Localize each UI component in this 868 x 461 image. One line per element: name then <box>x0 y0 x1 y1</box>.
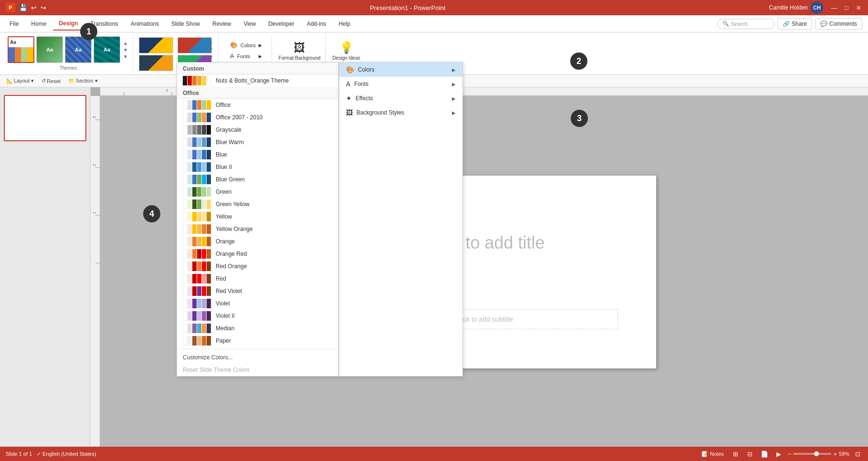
office-item-office[interactable]: Office <box>177 99 338 111</box>
search-icon: 🔍 <box>722 21 729 27</box>
office-swatch-red-violet <box>183 286 211 296</box>
office-item-red[interactable]: Red <box>177 272 338 285</box>
tab-slideshow[interactable]: Slide Show <box>166 18 206 30</box>
submenu-effects-chevron: ▶ <box>452 96 456 101</box>
office-item-median[interactable]: Median <box>177 322 338 335</box>
office-item-paper[interactable]: Paper <box>177 335 338 347</box>
step-badge-2: 2 <box>570 52 587 70</box>
office-item-2007[interactable]: Office 2007 - 2010 <box>177 111 338 124</box>
office-swatch-orange-red <box>183 249 211 259</box>
office-item-blue-green[interactable]: Blue Green <box>177 173 338 186</box>
quick-access-save[interactable]: 💾 <box>19 4 27 11</box>
tab-help[interactable]: Help <box>333 18 356 30</box>
submenu-bg-styles-label: Background Styles <box>356 109 404 116</box>
slide-1-thumbnail[interactable] <box>4 95 86 141</box>
submenu-fonts-icon-area: A Fonts <box>346 80 368 88</box>
submenu-colors-icon-area: 🎨 Colors <box>346 66 375 73</box>
theme-4[interactable]: Aa <box>94 36 120 63</box>
theme-2[interactable]: Aa <box>36 36 63 63</box>
office-swatch-red-orange <box>183 262 211 271</box>
office-item-orange[interactable]: Orange <box>177 235 338 248</box>
theme-scroll: ▲ ▼ ▼ <box>122 39 129 61</box>
colors-button[interactable]: 🎨 Colors ▶ <box>227 40 265 50</box>
submenu-fonts-label: Fonts <box>354 81 368 87</box>
minimize-button[interactable]: — <box>831 4 837 11</box>
office-swatch-blue2 <box>183 162 211 172</box>
format-bg-icon: 🖼 <box>294 41 305 54</box>
customize-colors-button[interactable]: Customize Colors... <box>177 351 338 364</box>
office-item-orange-red[interactable]: Orange Red <box>177 248 338 260</box>
layout-button[interactable]: 📐Layout ▾ <box>4 77 36 85</box>
office-item-red-orange[interactable]: Red Orange <box>177 260 338 272</box>
office-item-yellow[interactable]: Yellow <box>177 210 338 223</box>
submenu-bg-styles-item[interactable]: 🖼 Background Styles ▶ <box>339 105 462 120</box>
submenu-fonts-chevron: ▶ <box>452 82 456 87</box>
office-swatch-paper <box>183 336 211 346</box>
theme-scroll-expand[interactable]: ▼ <box>122 53 129 60</box>
office-item-blue[interactable]: Blue <box>177 148 338 161</box>
maximize-button[interactable]: □ <box>843 4 850 11</box>
submenu-bg-icon: 🖼 <box>346 109 353 116</box>
slide-panel: 1 <box>0 87 91 448</box>
search-box[interactable]: 🔍 Search <box>717 19 774 29</box>
theme-scroll-up[interactable]: ▲ <box>122 40 129 46</box>
submenu-effects-icon: ✦ <box>346 94 352 102</box>
dropdown-overlay: Custom Nuts & Bolts_Orange Theme Office <box>177 62 463 377</box>
variant-scroll-down[interactable]: ▼ <box>208 46 214 52</box>
tab-review[interactable]: Review <box>207 18 237 30</box>
variant-expand[interactable]: ▼ <box>208 53 214 60</box>
close-button[interactable]: ✕ <box>856 4 862 11</box>
office-item-red-violet[interactable]: Red Violet <box>177 285 338 297</box>
step-badge-1: 1 <box>80 23 97 40</box>
fonts-button[interactable]: A Fonts ▶ <box>227 51 265 61</box>
dropdown-divider <box>177 349 338 349</box>
colors-chevron: ▶ <box>259 43 262 48</box>
user-area: Camille Holden CH <box>769 1 823 14</box>
submenu-effects-item[interactable]: ✦ Effects ▶ <box>339 91 462 105</box>
theme-blank[interactable]: Aa <box>8 36 34 63</box>
variant-2[interactable] <box>178 37 212 53</box>
step-badge-4: 4 <box>143 205 160 222</box>
section-button[interactable]: 📁Section ▾ <box>66 77 100 85</box>
office-item-violet[interactable]: Violet <box>177 297 338 310</box>
office-item-green[interactable]: Green <box>177 186 338 198</box>
submenu-fonts-item[interactable]: A Fonts ▶ <box>339 77 462 91</box>
office-swatch-green <box>183 187 211 197</box>
custom-item-1[interactable]: Nuts & Bolts_Orange Theme <box>177 74 338 87</box>
tab-home[interactable]: Home <box>25 18 52 30</box>
office-item-grayscale[interactable]: Grayscale <box>177 124 338 136</box>
tab-view[interactable]: View <box>238 18 261 30</box>
office-item-green-yellow[interactable]: Green Yellow <box>177 198 338 210</box>
theme-scroll-down[interactable]: ▼ <box>122 46 129 53</box>
svg-text:3: 3 <box>92 116 96 118</box>
office-item-blue-warm[interactable]: Blue Warm <box>177 136 338 148</box>
share-button[interactable]: 🔗 Share <box>777 18 812 30</box>
comments-button[interactable]: 💬 Comments <box>815 18 862 30</box>
custom-section-label: Custom <box>177 63 338 74</box>
submenu-effects-label: Effects <box>356 95 373 102</box>
submenu-bg-chevron: ▶ <box>452 110 456 115</box>
theme-3[interactable]: Aa <box>65 36 92 63</box>
tab-design[interactable]: Design <box>53 17 84 31</box>
office-swatch-yellow <box>183 212 211 221</box>
office-item-blue2[interactable]: Blue II <box>177 161 338 173</box>
variant-1[interactable] <box>139 37 173 53</box>
tab-developer[interactable]: Developer <box>262 18 300 30</box>
variant-3[interactable] <box>139 55 173 71</box>
reset-button[interactable]: ↺Reset <box>39 77 63 85</box>
user-name: Camille Holden <box>769 4 808 11</box>
tab-file[interactable]: File <box>4 18 24 30</box>
submenu-colors-item[interactable]: 🎨 Colors ▶ <box>339 63 462 77</box>
tab-animations[interactable]: Animations <box>125 18 165 30</box>
title-bar-controls: — □ ✕ <box>831 4 862 11</box>
office-item-yellow-orange[interactable]: Yellow Orange <box>177 223 338 235</box>
quick-access-undo[interactable]: ↩ <box>31 4 37 11</box>
quick-access-redo[interactable]: ↪ <box>41 4 46 11</box>
office-swatch-green-yellow <box>183 199 211 209</box>
office-swatch-blue-warm <box>183 137 211 147</box>
variant-scroll-up[interactable]: ▲ <box>208 38 214 45</box>
tab-addins[interactable]: Add-ins <box>301 18 332 30</box>
office-item-violet2[interactable]: Violet II <box>177 310 338 322</box>
svg-text:2: 2 <box>92 164 96 166</box>
format-bg-label: Format Background <box>279 55 321 61</box>
